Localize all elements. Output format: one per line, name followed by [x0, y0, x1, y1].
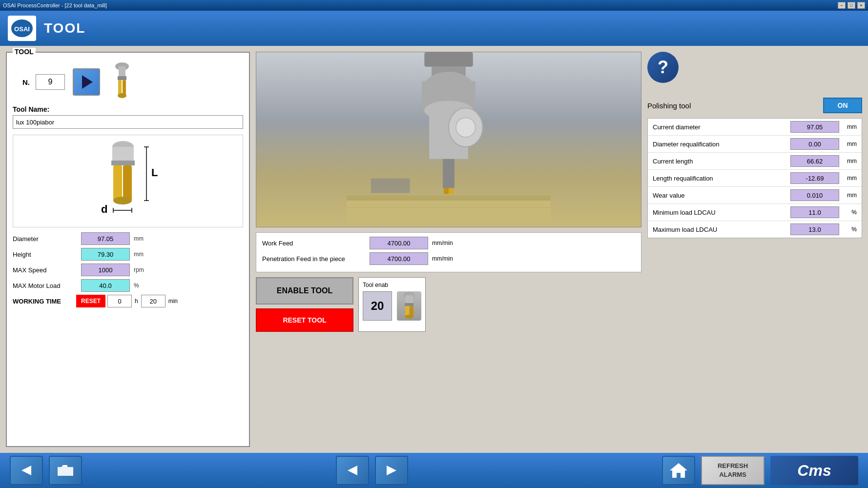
titlebar-controls: − □ × [838, 2, 865, 9]
tool-name-section: Tool Name: [13, 105, 243, 133]
refresh-line1: REFRESH [718, 462, 748, 470]
work-feed-row: Work Feed mm/min [262, 237, 635, 249]
wt-minutes-unit: min [168, 298, 178, 305]
tool-name-label: Tool Name: [13, 105, 243, 113]
polishing-label: Polishing tool [647, 102, 691, 110]
minimum-load-value: 11.0 [790, 206, 839, 218]
wt-hours-input[interactable] [107, 295, 132, 307]
svg-rect-43 [405, 303, 413, 306]
cms-logo: Cms [770, 456, 858, 485]
back2-button[interactable] [336, 456, 369, 485]
polishing-on-button[interactable]: ON [823, 98, 862, 113]
refresh-alarms-button[interactable]: REFRESH ALARMS [701, 456, 765, 485]
current-diameter-row: Current diameter 97.05 mm [648, 119, 862, 136]
diameter-input[interactable] [81, 232, 130, 245]
help-icon: ? [658, 57, 668, 78]
current-length-row: Current length 66.62 mm [648, 153, 862, 170]
height-input[interactable] [81, 248, 130, 261]
max-speed-input[interactable] [81, 264, 130, 276]
left-panel: TOOL N. Tool N [6, 52, 250, 447]
current-length-value: 66.62 [790, 155, 839, 167]
tool-name-field[interactable] [13, 115, 243, 129]
svg-rect-37 [347, 195, 551, 200]
diameter-requalification-value: 0.00 [790, 138, 839, 150]
svg-rect-36 [347, 198, 551, 227]
play-button[interactable] [73, 68, 100, 96]
maximum-load-unit: % [842, 226, 857, 233]
penetration-feed-input[interactable] [370, 252, 428, 265]
work-feed-unit: mm/min [432, 240, 453, 246]
wt-minutes-input[interactable] [141, 295, 165, 307]
svg-point-15 [113, 197, 132, 204]
footer: REFRESH ALARMS Cms [0, 453, 868, 488]
svg-rect-42 [405, 295, 413, 303]
svg-point-47 [405, 315, 413, 319]
diameter-requalification-unit: mm [842, 141, 857, 147]
restore-button[interactable]: □ [847, 2, 855, 9]
reset-tool-button[interactable]: RESET TOOL [256, 308, 353, 332]
diameter-requalification-row: Diameter requalification 0.00 mm [648, 136, 862, 153]
page-title: TOOL [44, 20, 85, 36]
svg-text:OSAI: OSAI [14, 25, 30, 33]
home-button[interactable] [662, 456, 695, 485]
minimize-button[interactable]: − [838, 2, 846, 9]
wt-hours-unit: h [135, 298, 138, 305]
titlebar: OSAI ProcessController - [22 tool data_m… [0, 0, 868, 11]
work-feed-input[interactable] [370, 237, 428, 249]
svg-rect-14 [113, 165, 122, 201]
help-button[interactable]: ? [647, 52, 679, 83]
machine-image [256, 52, 641, 227]
wear-value-unit: mm [842, 192, 857, 199]
svg-rect-33 [443, 159, 455, 188]
maximum-load-value: 13.0 [790, 224, 839, 235]
back-button[interactable] [10, 456, 43, 485]
work-feed-label: Work Feed [262, 240, 370, 247]
svg-marker-49 [348, 466, 357, 475]
svg-point-8 [118, 93, 126, 98]
tool-enab-box: Tool enab 20 [358, 277, 426, 332]
svg-point-32 [456, 118, 475, 137]
tool-enab-number: 20 [363, 291, 392, 321]
diameter-row: Diameter mm [13, 232, 243, 245]
svg-rect-10 [112, 147, 134, 161]
diameter-requalification-label: Diameter requalification [653, 141, 790, 148]
svg-marker-48 [21, 466, 31, 475]
svg-rect-4 [118, 76, 126, 80]
enable-tool-button[interactable]: ENABLE TOOL [256, 277, 353, 305]
tool-image-small [110, 62, 134, 102]
titlebar-title: OSAI ProcessController - [22 tool data_m… [3, 2, 107, 8]
machine-visual [256, 52, 641, 227]
max-motor-load-label: MAX Motor Load [13, 282, 81, 289]
svg-rect-25 [424, 52, 473, 67]
app-logo: OSAI [8, 16, 36, 41]
forward-button[interactable] [375, 456, 408, 485]
play-icon [82, 75, 93, 89]
footer-left [10, 456, 82, 485]
tool-enab-inner: 20 [363, 291, 421, 321]
max-motor-load-input[interactable] [81, 279, 130, 292]
svg-rect-40 [371, 179, 410, 193]
n-label: N. [22, 78, 30, 86]
close-button[interactable]: × [857, 2, 865, 9]
wear-value-label: Wear value [653, 192, 790, 199]
tool-diagram: L d [13, 135, 243, 227]
minimum-load-unit: % [842, 209, 857, 216]
max-speed-unit: rpm [134, 266, 144, 273]
max-motor-load-unit: % [134, 282, 139, 289]
reset-working-time-button[interactable]: RESET [76, 295, 105, 307]
length-requalification-row: Length requalification -12.69 mm [648, 170, 862, 187]
svg-rect-35 [449, 188, 454, 194]
max-speed-row: MAX Speed rpm [13, 264, 243, 276]
wear-value-row: Wear value 0.010 mm [648, 187, 862, 204]
tool-number-input[interactable] [36, 74, 65, 90]
maximum-load-row: Maximum load LDCAU 13.0 % [648, 221, 862, 238]
current-length-label: Current length [653, 158, 790, 165]
folder-button[interactable] [49, 456, 82, 485]
working-time-row: WORKING TIME RESET h min [13, 295, 243, 307]
svg-rect-13 [123, 165, 132, 201]
penetration-feed-row: Penetration Feed in the piece mm/min [262, 252, 635, 265]
footer-center [336, 456, 408, 485]
polishing-tool-row: Polishing tool ON [647, 98, 862, 113]
bottom-section: ENABLE TOOL RESET TOOL Tool enab 20 [256, 277, 641, 332]
svg-rect-11 [111, 161, 135, 165]
